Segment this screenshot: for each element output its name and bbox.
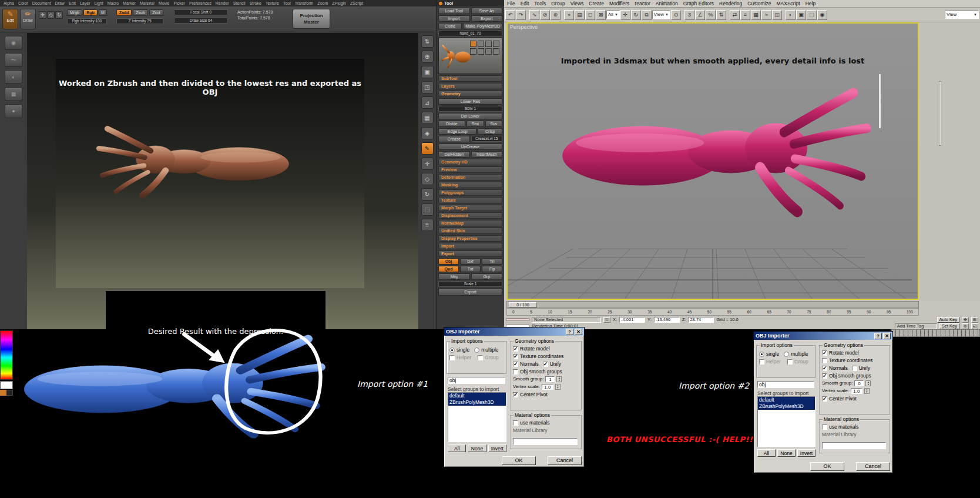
track-bar[interactable]: 0510152025303540455055606570758085909510… [506,308,919,316]
snap-toggle-icon[interactable]: 3 [684,10,694,20]
move-icon[interactable]: ✛ [39,11,46,19]
tray-section-export[interactable]: Export [438,250,502,257]
focal-shift-slider[interactable]: Focal Shift 0 [174,9,228,15]
local-sym-icon[interactable]: ◈ [421,127,434,139]
clone-button[interactable]: Clone [438,23,462,29]
smooth-group-input[interactable] [854,380,864,386]
help-icon[interactable]: ? [566,329,573,335]
tray-section[interactable]: Geometry HD [438,159,502,165]
recent-tool-icon[interactable] [470,41,476,47]
make-polymesh3d-button[interactable]: Make PolyMesh3D [463,23,502,29]
max-menu-item[interactable]: Animation [656,1,678,6]
recent-tool-icon[interactable] [493,41,499,47]
recent-tool-icon[interactable] [485,48,492,55]
insert-mesh-button[interactable]: InsertMesh [471,151,503,158]
max-menu-item[interactable]: Group [551,1,565,6]
tray-section[interactable]: Preview [438,166,502,173]
maximize-viewport-icon[interactable]: ◱ [971,323,978,329]
helper-checkbox[interactable] [759,359,764,365]
zbrush-menu-item[interactable]: Zoom [317,1,328,5]
move-tool-icon[interactable]: ✛ [421,158,434,170]
tray-section[interactable]: Morph Target [438,205,502,211]
draw-button[interactable]: ✏ Draw [20,9,36,29]
max-menu-item[interactable]: Edit [521,1,529,6]
frame-icon[interactable]: ⬚ [421,203,434,216]
vertex-scale-input[interactable] [851,388,862,394]
tray-section-geometry[interactable]: Geometry [438,91,502,97]
tray-section[interactable]: Display Properties [438,235,502,242]
projection-master-button[interactable]: Projection Master [293,9,330,29]
max-menu-item[interactable]: Create [589,1,604,6]
center-pivot-checkbox[interactable] [822,396,827,402]
schematic-view-icon[interactable]: ◫ [772,10,782,20]
edit-button[interactable]: ✎ Edit [2,9,18,29]
zoom-icon[interactable]: ⊕ [962,323,969,329]
quick-render-icon[interactable]: ◉ [817,10,827,20]
bind-spacewarp-icon[interactable]: ⊕ [551,10,561,20]
rotate-icon[interactable]: ↻ [631,10,641,20]
scale-icon[interactable]: ◇ [47,11,55,19]
close-icon[interactable]: ✕ [575,329,582,335]
render-type-icon[interactable]: ⬚ [807,10,817,20]
pan-icon[interactable]: ✥ [962,317,969,323]
cancel-button[interactable]: Cancel [856,462,890,471]
undo-icon[interactable]: ↶ [505,10,515,20]
dialog-titlebar[interactable]: OBJ Importer ? ✕ [754,332,892,340]
export-button[interactable]: Export [471,15,503,22]
all-button[interactable]: All [757,449,776,457]
del-lower-button[interactable]: Del Lower [438,113,502,119]
perspective-viewport[interactable]: Perspective Imported in 3dsmax but when … [506,22,919,300]
scale-tool-icon[interactable]: ◇ [421,173,434,185]
lower-res-button[interactable]: Lower Res [438,98,502,105]
recent-tool-icon[interactable] [485,41,492,47]
tray-section[interactable]: Texture [438,197,502,203]
align-icon[interactable]: ≡ [740,10,750,20]
m-button[interactable]: M [99,9,107,16]
zbrush-menu-item[interactable]: Render [216,1,229,5]
unlink-icon[interactable]: ⊘ [540,10,550,20]
texture-coordinates-checkbox[interactable] [822,358,827,363]
z-coordinate-field[interactable]: 28.74 [688,317,714,323]
current-tool-thumbnail[interactable] [441,41,471,72]
zbrush-menu-item[interactable]: Preferences [189,1,212,5]
use-materials-checkbox[interactable] [513,420,518,426]
zbrush-menu-item[interactable]: Transform [295,1,314,5]
rotate-tool-icon[interactable]: ↻ [421,188,434,200]
max-menu-item[interactable]: Graph Editors [683,1,714,6]
y-coordinate-field[interactable]: -13.496 [654,317,680,323]
mrgb-button[interactable]: Mrgb [67,9,82,16]
smoothed-arm-model[interactable] [555,65,875,241]
zbrush-menu-item[interactable]: Edit [69,1,76,5]
z-intensity-slider[interactable]: Z Intensity 25 [116,18,163,24]
zcut-button[interactable]: Zcut [149,9,163,16]
load-tool-button[interactable]: Load Tool [438,8,470,14]
tray-section-subtool[interactable]: SubTool [438,75,502,82]
uncrease-button[interactable]: UnCrease [438,143,502,150]
export-scale-slider[interactable]: Scale 1 [438,281,502,287]
zbrush-menu-item[interactable]: Texture [266,1,279,5]
color-swatch-orange[interactable] [0,390,6,396]
zbrush-document[interactable]: Worked on Zbrush and then divided to the… [56,59,364,288]
dialog-titlebar[interactable]: OBJ Importer ? ✕ [444,327,584,336]
zbrush-menu-item[interactable]: Light [94,1,103,5]
group-checkbox[interactable] [787,359,793,365]
export-action-button[interactable]: Export [438,288,502,296]
zbrush-color-picker[interactable] [0,330,13,380]
scale-icon[interactable]: ⧉ [642,10,652,20]
zbrush-menu-item[interactable]: ZScript [350,1,363,5]
ok-button[interactable]: OK [810,462,844,471]
reference-coordinate-dropdown[interactable]: View ▼ [652,11,670,19]
tray-section[interactable]: NormalMap [438,220,502,226]
zbrush-canvas[interactable]: Worked on Zbrush and then divided to the… [27,33,418,329]
scroll-icon[interactable]: ⇅ [421,35,434,48]
zbrush-menu-item[interactable]: Movie [159,1,170,5]
max-menu-item[interactable]: Tools [534,1,546,6]
tool-palette-header[interactable]: Tool [437,0,504,6]
material-editor-icon[interactable]: ◐ [786,10,796,20]
select-link-icon[interactable]: ∿ [529,10,539,20]
select-by-name-icon[interactable]: ▤ [575,10,585,20]
crisp-button[interactable]: Crisp [478,128,502,135]
tray-section-layers[interactable]: Layers [438,83,502,89]
filename-input[interactable] [757,381,814,388]
maxscript-listener-pink[interactable] [506,318,529,321]
